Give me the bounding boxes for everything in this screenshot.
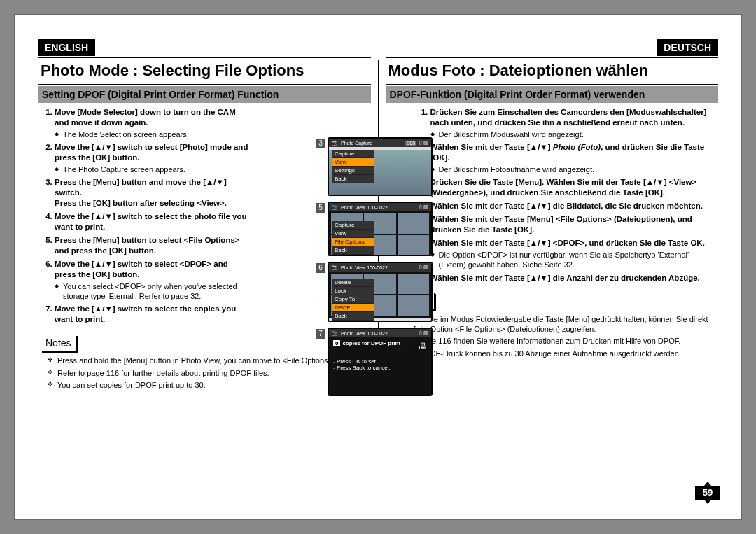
steps-english: Move [Mode Selector] down to turn on the… [38, 107, 251, 325]
camera-icon: 📷 [332, 330, 338, 336]
lcd-screenshots: 3 📷Photo Capture800▯ ▥ Capture View Sett… [316, 137, 435, 396]
steps-deutsch: Drücken Sie zum Einschalten des Camcorde… [414, 107, 719, 283]
title-deutsch: Modus Foto : Dateioptionen wählen [386, 57, 719, 85]
notes-head-english: Notes [41, 335, 76, 351]
manual-page: ENGLISH Photo Mode : Selecting File Opti… [14, 14, 742, 520]
notes-deutsch: Wenn Sie im Modus Fotowiedergabe die Tas… [386, 314, 719, 358]
lcd-screen-5: 📷Photo View 100-0022▯ ▥ Capture View Fil… [328, 202, 433, 256]
step-badge: 5 [316, 203, 326, 213]
title-english: Photo Mode : Selecting File Options [38, 57, 371, 85]
print-icon: 🖶 [419, 342, 427, 351]
subtitle-english: Setting DPOF (Digital Print Order Format… [38, 86, 371, 103]
page-number: 59 [695, 486, 720, 500]
step-badge: 7 [316, 329, 326, 339]
lang-tag-english: ENGLISH [38, 39, 95, 56]
lcd-screen-7: 📷Photo View 100-0022▯ ▥ 0copies for DPOF… [328, 328, 433, 396]
camera-icon: 📷 [332, 204, 338, 210]
lcd-screen-6: 📷Photo View 100-0022▯ ▥ Delete Lock Copy… [328, 262, 433, 322]
camera-icon: 📷 [332, 140, 338, 146]
step-badge: 3 [316, 139, 326, 148]
subtitle-deutsch: DPOF-Funktion (Digital Print Order Forma… [386, 86, 719, 103]
lang-tag-deutsch: DEUTSCH [657, 39, 718, 56]
camera-icon: 📷 [332, 265, 338, 270]
lcd-screen-3: 📷Photo Capture800▯ ▥ Capture View Settin… [328, 137, 433, 196]
step-badge: 6 [316, 263, 326, 273]
